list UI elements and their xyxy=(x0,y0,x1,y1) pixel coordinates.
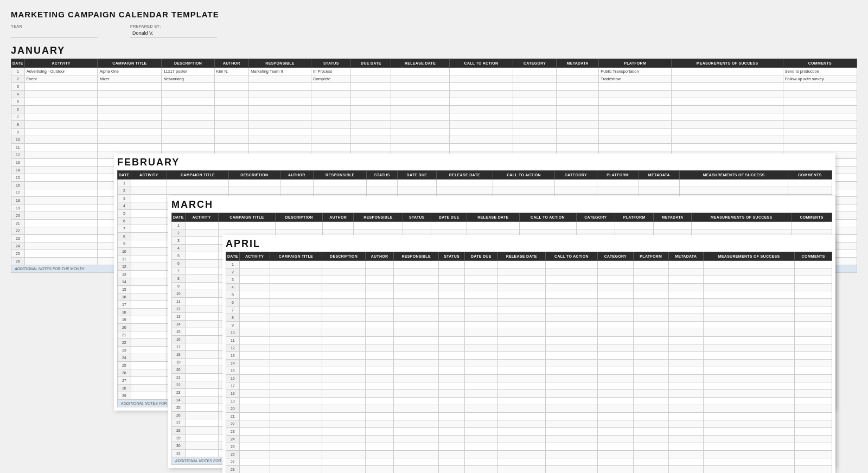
table-cell xyxy=(513,136,557,144)
table-cell xyxy=(672,113,783,121)
table-cell xyxy=(391,83,450,91)
table-cell xyxy=(162,121,214,129)
table-cell xyxy=(276,222,323,229)
table-cell xyxy=(545,466,597,474)
row-num: 11 xyxy=(11,144,25,151)
row-num: 1 xyxy=(226,261,240,269)
table-cell xyxy=(131,218,167,225)
table-cell xyxy=(131,263,167,271)
table-cell xyxy=(24,83,98,91)
col-header: METADATA xyxy=(557,59,599,68)
table-cell xyxy=(239,276,270,284)
table-cell xyxy=(249,129,311,136)
table-row: 1 xyxy=(118,180,832,187)
table-row: 24 xyxy=(226,436,832,443)
col-header: AUTHOR xyxy=(365,252,393,261)
table-cell xyxy=(365,261,393,269)
table-cell xyxy=(218,222,276,229)
col-header: MEASUREMENTS OF SUCCESS xyxy=(692,213,792,222)
table-cell xyxy=(439,276,465,284)
row-num: 22 xyxy=(11,227,25,235)
table-cell xyxy=(598,314,634,322)
table-cell xyxy=(439,451,465,458)
prepared-input[interactable] xyxy=(130,29,217,37)
year-input[interactable] xyxy=(11,29,98,37)
table-cell xyxy=(322,322,366,329)
table-cell xyxy=(239,420,270,428)
row-num: 22 xyxy=(226,420,240,428)
table-cell xyxy=(439,322,465,329)
table-cell xyxy=(439,360,465,367)
table-cell xyxy=(311,144,351,151)
table-cell xyxy=(270,382,322,390)
table-cell xyxy=(214,129,249,136)
row-num: 24 xyxy=(226,436,240,443)
table-cell xyxy=(668,458,703,466)
row-num: 10 xyxy=(11,136,25,144)
table-row: 15 xyxy=(226,367,832,375)
table-cell xyxy=(403,222,431,229)
table-cell xyxy=(365,291,393,299)
table-cell xyxy=(394,329,439,337)
table-cell xyxy=(633,284,668,291)
row-num: 21 xyxy=(11,220,25,227)
table-row: 7 xyxy=(11,113,857,121)
table-cell xyxy=(436,187,493,195)
row-num: 25 xyxy=(226,443,240,451)
table-cell xyxy=(557,91,599,98)
table-cell xyxy=(322,299,366,306)
table-cell xyxy=(270,436,322,443)
row-num: 1 xyxy=(172,222,186,229)
table-cell xyxy=(672,144,783,151)
table-cell xyxy=(557,136,599,144)
table-cell xyxy=(239,352,270,360)
table-cell xyxy=(633,382,668,390)
table-cell xyxy=(185,275,218,283)
table-cell xyxy=(795,322,832,329)
table-cell xyxy=(598,420,634,428)
table-cell xyxy=(639,180,680,187)
row-num: 22 xyxy=(118,339,131,347)
table-cell xyxy=(351,129,391,136)
table-cell xyxy=(394,291,439,299)
table-cell xyxy=(497,451,545,458)
table-cell xyxy=(633,291,668,299)
table-cell xyxy=(545,382,597,390)
table-cell xyxy=(497,436,545,443)
table-cell xyxy=(545,428,597,436)
row-num: 13 xyxy=(226,352,240,360)
table-cell xyxy=(598,436,634,443)
table-cell xyxy=(322,436,366,443)
table-cell xyxy=(270,352,322,360)
table-cell xyxy=(497,344,545,352)
table-cell xyxy=(24,197,98,204)
table-cell xyxy=(615,222,654,229)
table-cell xyxy=(270,360,322,367)
table-cell xyxy=(439,405,465,413)
table-cell xyxy=(131,271,167,278)
table-cell xyxy=(598,428,634,436)
table-cell xyxy=(270,276,322,284)
table-cell xyxy=(239,382,270,390)
table-row: 5 xyxy=(226,291,832,299)
table-cell xyxy=(449,113,513,121)
table-row: 23 xyxy=(226,428,832,436)
table-cell xyxy=(394,466,439,474)
table-cell xyxy=(394,382,439,390)
table-cell xyxy=(668,344,703,352)
col-header: COMMENTS xyxy=(795,252,832,261)
table-cell xyxy=(597,187,639,195)
table-cell xyxy=(557,68,599,75)
row-num: 20 xyxy=(226,405,240,413)
table-cell xyxy=(680,180,788,187)
table-cell xyxy=(185,267,218,275)
table-cell xyxy=(185,389,218,397)
table-cell xyxy=(597,180,639,187)
table-cell xyxy=(185,397,218,404)
table-cell xyxy=(467,222,519,229)
row-num: 15 xyxy=(11,174,25,182)
table-row: 21 xyxy=(226,413,832,420)
table-row: 28 xyxy=(226,466,832,474)
table-cell xyxy=(465,291,498,299)
table-cell xyxy=(554,180,597,187)
